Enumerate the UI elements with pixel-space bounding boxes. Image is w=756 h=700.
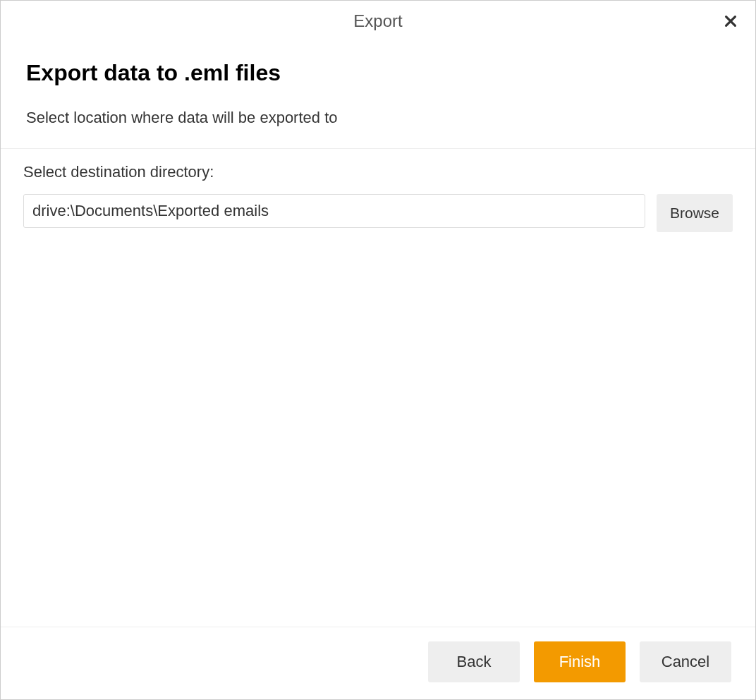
finish-button[interactable]: Finish <box>534 641 626 682</box>
destination-row: Browse <box>23 194 733 232</box>
destination-label: Select destination directory: <box>23 163 733 181</box>
dialog-title: Export <box>353 11 402 31</box>
cancel-button[interactable]: Cancel <box>640 641 731 682</box>
dialog-header: Export data to .eml files Select locatio… <box>1 42 755 149</box>
back-button[interactable]: Back <box>428 641 520 682</box>
export-dialog: Export Export data to .eml files Select … <box>0 0 756 700</box>
dialog-footer: Back Finish Cancel <box>1 627 755 699</box>
dialog-titlebar: Export <box>1 1 755 42</box>
destination-path-input[interactable] <box>23 194 645 228</box>
close-button[interactable] <box>720 11 741 32</box>
browse-button[interactable]: Browse <box>657 194 733 232</box>
page-subheading: Select location where data will be expor… <box>26 109 730 127</box>
dialog-content: Select destination directory: Browse <box>1 149 755 627</box>
page-heading: Export data to .eml files <box>26 60 730 86</box>
close-icon <box>723 13 738 29</box>
